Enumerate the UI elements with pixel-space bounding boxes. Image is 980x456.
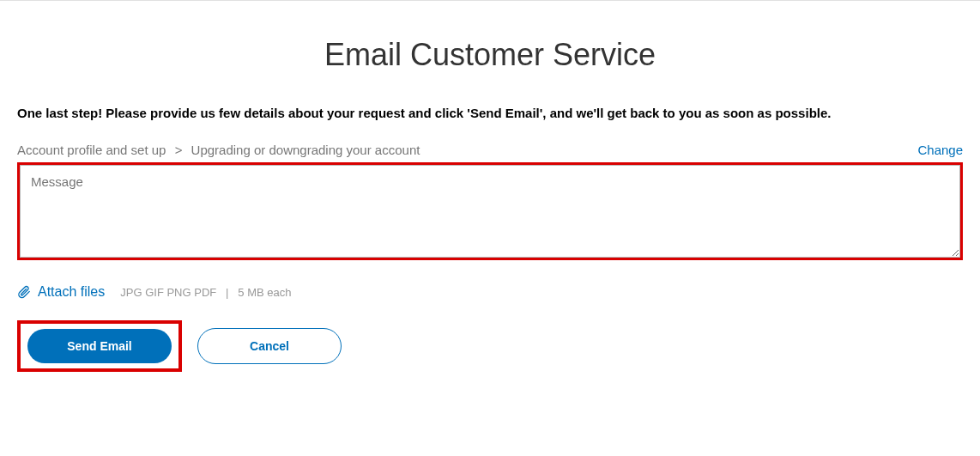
attach-row: Attach files JPG GIF PNG PDF | 5 MB each (17, 284, 963, 300)
message-textarea[interactable] (20, 165, 960, 258)
message-highlight-box (17, 162, 963, 260)
breadcrumb: Account profile and set up > Upgrading o… (17, 143, 420, 157)
breadcrumb-level-1: Account profile and set up (17, 143, 166, 157)
paperclip-icon (17, 285, 31, 299)
breadcrumb-row: Account profile and set up > Upgrading o… (17, 143, 963, 157)
page-title: Email Customer Service (17, 37, 963, 73)
button-row: Send Email Cancel (17, 320, 963, 372)
attach-hint: JPG GIF PNG PDF | 5 MB each (120, 286, 291, 299)
change-link[interactable]: Change (917, 143, 963, 157)
breadcrumb-level-2: Upgrading or downgrading your account (191, 143, 420, 157)
attach-hint-divider: | (226, 286, 228, 299)
send-email-button[interactable]: Send Email (27, 329, 172, 363)
send-highlight-box: Send Email (17, 320, 182, 372)
attach-hint-formats: JPG GIF PNG PDF (120, 286, 216, 299)
instruction-text: One last step! Please provide us few det… (17, 106, 963, 120)
breadcrumb-separator: > (175, 143, 183, 157)
cancel-button[interactable]: Cancel (197, 328, 342, 364)
attach-hint-size: 5 MB each (238, 286, 291, 299)
attach-files-link[interactable]: Attach files (38, 284, 105, 300)
